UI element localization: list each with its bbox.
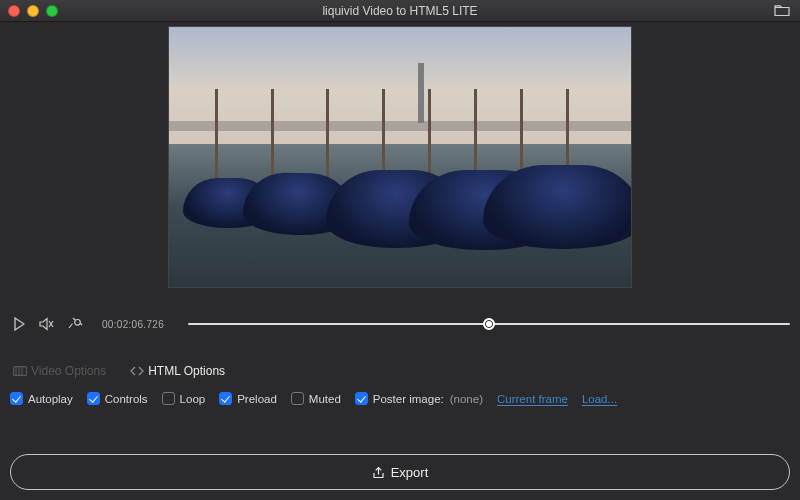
timecode: 00:02:06.726	[102, 319, 164, 330]
autoplay-checkbox[interactable]: Autoplay	[10, 392, 73, 405]
video-preview[interactable]	[168, 26, 632, 288]
minimize-window-button[interactable]	[27, 5, 39, 17]
export-icon	[372, 465, 385, 479]
preload-checkbox[interactable]: Preload	[219, 392, 277, 405]
checkbox-label: Poster image:	[373, 393, 444, 405]
check-icon	[162, 392, 175, 405]
html-options-row: Autoplay Controls Loop Preload Muted Pos…	[10, 392, 790, 405]
poster-load-link[interactable]: Load...	[582, 393, 617, 405]
window-title: liquivid Video to HTML5 LITE	[0, 4, 800, 18]
controls-checkbox[interactable]: Controls	[87, 392, 148, 405]
check-icon	[355, 392, 368, 405]
checkbox-label: Autoplay	[28, 393, 73, 405]
check-icon	[87, 392, 100, 405]
seek-thumb[interactable]	[483, 318, 495, 330]
check-icon	[219, 392, 232, 405]
poster-current-frame-link[interactable]: Current frame	[497, 393, 568, 405]
playback-controls: 00:02:06.726	[10, 304, 790, 344]
loop-checkbox[interactable]: Loop	[162, 392, 206, 405]
muted-checkbox[interactable]: Muted	[291, 392, 341, 405]
poster-checkbox[interactable]: Poster image:	[355, 392, 444, 405]
titlebar: liquivid Video to HTML5 LITE	[0, 0, 800, 22]
poster-value: (none)	[450, 393, 483, 405]
tab-html-options[interactable]: HTML Options	[127, 362, 228, 380]
play-button[interactable]	[10, 315, 28, 333]
checkbox-label: Preload	[237, 393, 277, 405]
tab-label: Video Options	[31, 364, 106, 378]
seek-slider[interactable]	[188, 323, 790, 325]
video-preview-area	[0, 26, 800, 296]
check-icon	[10, 392, 23, 405]
checkbox-label: Loop	[180, 393, 206, 405]
tab-label: HTML Options	[148, 364, 225, 378]
export-label: Export	[391, 465, 429, 480]
maximize-window-button[interactable]	[46, 5, 58, 17]
option-tabs: Video Options HTML Options	[10, 362, 790, 380]
close-window-button[interactable]	[8, 5, 20, 17]
tab-video-options: Video Options	[10, 362, 109, 380]
open-folder-button[interactable]	[774, 4, 790, 17]
settings-button[interactable]	[66, 315, 84, 333]
mute-button[interactable]	[38, 315, 56, 333]
export-button[interactable]: Export	[10, 454, 790, 490]
window-controls	[8, 5, 58, 17]
checkbox-label: Controls	[105, 393, 148, 405]
check-icon	[291, 392, 304, 405]
checkbox-label: Muted	[309, 393, 341, 405]
